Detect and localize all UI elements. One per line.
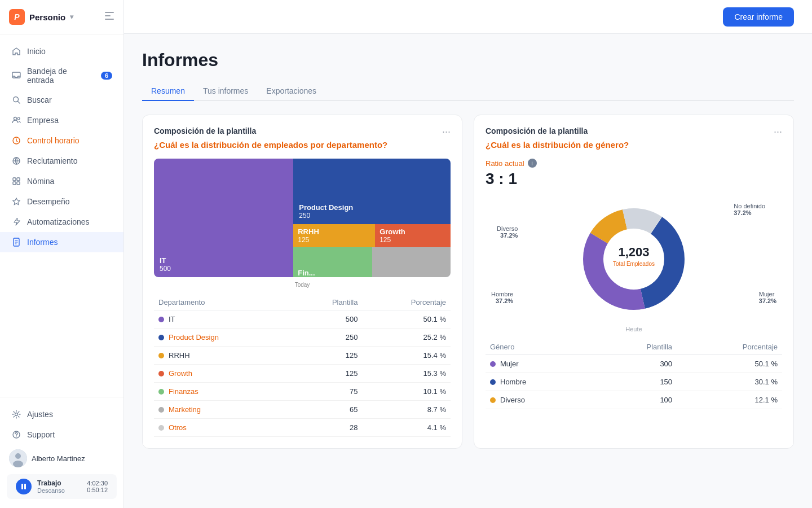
sidebar-item-automatizaciones[interactable]: Automatizaciones	[0, 212, 123, 232]
col-genero: Género	[486, 339, 594, 355]
topbar: Crear informe	[124, 0, 812, 34]
svg-point-18	[15, 453, 21, 459]
sidebar-item-bandeja[interactable]: Bandeja de entrada 6	[0, 62, 123, 90]
porcentaje-cell: 30.1 %	[677, 373, 782, 391]
svg-rect-10	[17, 178, 20, 181]
timer-time2: 0:50:12	[87, 487, 108, 493]
main-content: Crear informe Informes Resumen Tus infor…	[124, 0, 812, 508]
gender-table: Género Plantilla Porcentaje Mujer 300 50…	[486, 339, 782, 409]
inbox-badge: 6	[101, 72, 112, 80]
info-icon[interactable]: i	[528, 159, 537, 168]
table-row: RRHH 125 15.4 %	[154, 347, 451, 365]
timer-label: Trabajo	[37, 479, 81, 487]
gender-cell: Hombre	[486, 373, 594, 391]
table-row: Otros 28 4.1 %	[154, 419, 451, 437]
timer-area: Trabajo Descanso 4:02:30 0:50:12	[7, 474, 117, 499]
table-row: Mujer 300 50.1 %	[486, 355, 782, 373]
porcentaje-cell: 10.1 %	[362, 383, 451, 401]
user-area[interactable]: Alberto Martinez	[0, 445, 123, 472]
gender-cell: Diverso	[486, 391, 594, 409]
treemap-it: IT 500	[154, 159, 293, 277]
card-left-question: ¿Cuál es la distribución de empleados po…	[154, 140, 451, 150]
sidebar-logo[interactable]: P Personio ▾	[9, 9, 73, 25]
col-porcentaje: Porcentaje	[362, 295, 451, 310]
porcentaje-cell: 15.3 %	[362, 365, 451, 383]
dept-cell: Otros	[154, 419, 293, 437]
sidebar-item-reclutamiento[interactable]: Reclutamiento	[0, 151, 123, 171]
plantilla-cell: 125	[293, 347, 362, 365]
sidebar-toggle-button[interactable]	[104, 11, 114, 23]
card-right-question: ¿Cuál es la distribución de género?	[486, 140, 782, 150]
table-row: Diverso 100 12.1 %	[486, 391, 782, 409]
porcentaje-cell: 4.1 %	[362, 419, 451, 437]
create-report-button[interactable]: Crear informe	[723, 7, 794, 27]
dept-cell: Marketing	[154, 401, 293, 419]
doc-icon	[11, 237, 21, 247]
card-genero: Composición de la plantilla ··· ¿Cuál es…	[474, 115, 794, 449]
svg-text:Total Empleados: Total Empleados	[613, 261, 655, 267]
sidebar-item-desempeno[interactable]: Desempeño	[0, 191, 123, 212]
home-icon	[11, 46, 21, 56]
gear-icon	[11, 409, 21, 419]
svg-rect-20	[21, 484, 23, 489]
gender-cell: Mujer	[486, 355, 594, 373]
svg-rect-21	[24, 484, 26, 489]
porcentaje-cell: 50.1 %	[677, 355, 782, 373]
svg-point-16	[16, 436, 16, 437]
dept-cell: Finanzas	[154, 383, 293, 401]
grid-icon	[11, 176, 21, 186]
timer-time1: 4:02:30	[87, 480, 108, 487]
treemap-product-design: Product Design 250	[293, 159, 451, 224]
donut-label-hombre: Hombre 37.2%	[491, 291, 513, 304]
svg-point-27	[604, 229, 664, 289]
sidebar-item-inicio[interactable]: Inicio	[0, 41, 123, 62]
svg-text:1,203: 1,203	[618, 245, 649, 259]
treemap-bottom: Fin... 75	[293, 247, 451, 278]
card-departamentos: Composición de la plantilla ··· ¿Cuál es…	[142, 115, 462, 449]
treemap-finanzas: Fin... 75	[293, 247, 372, 278]
sidebar-item-nomina[interactable]: Nómina	[0, 171, 123, 191]
tab-resumen[interactable]: Resumen	[142, 82, 194, 101]
plantilla-cell: 125	[293, 365, 362, 383]
treemap-inner: IT 500 Product Design 250 RRHH	[154, 159, 451, 277]
table-row: Hombre 150 30.1 %	[486, 373, 782, 391]
treemap-date: Today	[154, 282, 451, 288]
ratio-label-text: Ratio actual	[486, 159, 524, 168]
chart-date: Heute	[486, 326, 782, 332]
sidebar-item-ajustes[interactable]: Ajustes	[0, 404, 123, 424]
tab-exportaciones[interactable]: Exportaciones	[257, 82, 325, 101]
svg-rect-2	[105, 19, 114, 20]
sidebar: P Personio ▾ Inicio Bandeja de entrada 6…	[0, 0, 124, 508]
plantilla-cell: 150	[594, 373, 677, 391]
porcentaje-cell: 15.4 %	[362, 347, 451, 365]
plantilla-cell: 28	[293, 419, 362, 437]
plantilla-cell: 100	[594, 391, 677, 409]
sidebar-item-empresa[interactable]: Empresa	[0, 110, 123, 130]
card-right-title: Composición de la plantilla	[486, 126, 588, 135]
timer-play-button[interactable]	[16, 479, 32, 494]
users-icon	[11, 115, 21, 125]
tab-tus-informes[interactable]: Tus informes	[194, 82, 257, 101]
sidebar-item-label: Nómina	[27, 177, 54, 186]
content-area: Informes Resumen Tus informes Exportacio…	[124, 34, 812, 508]
svg-point-6	[17, 117, 20, 120]
table-row: Finanzas 75 10.1 %	[154, 383, 451, 401]
donut-svg: 1,203 Total Empleados	[561, 197, 707, 321]
timer-times: 4:02:30 0:50:12	[87, 480, 108, 493]
ratio-label: Ratio actual i	[486, 159, 782, 168]
porcentaje-cell: 50.1 %	[362, 310, 451, 329]
dept-cell: IT	[154, 310, 293, 329]
star-icon	[11, 196, 21, 207]
sidebar-item-support[interactable]: Support	[0, 424, 123, 445]
sidebar-item-informes[interactable]: Informes	[0, 232, 123, 252]
card-left-menu-button[interactable]: ···	[442, 126, 451, 137]
donut-label-diverso: Diverso 37.2%	[497, 225, 518, 239]
table-row: IT 500 50.1 %	[154, 310, 451, 329]
card-right-menu-button[interactable]: ···	[774, 126, 782, 137]
sidebar-item-control[interactable]: Control horario	[0, 130, 123, 151]
treemap-right: Product Design 250 RRHH 125 Growth	[293, 159, 451, 277]
ratio-value: 3 : 1	[486, 170, 782, 188]
globe-icon	[11, 156, 21, 166]
cards-row: Composición de la plantilla ··· ¿Cuál es…	[142, 115, 794, 449]
sidebar-item-buscar[interactable]: Buscar	[0, 90, 123, 110]
